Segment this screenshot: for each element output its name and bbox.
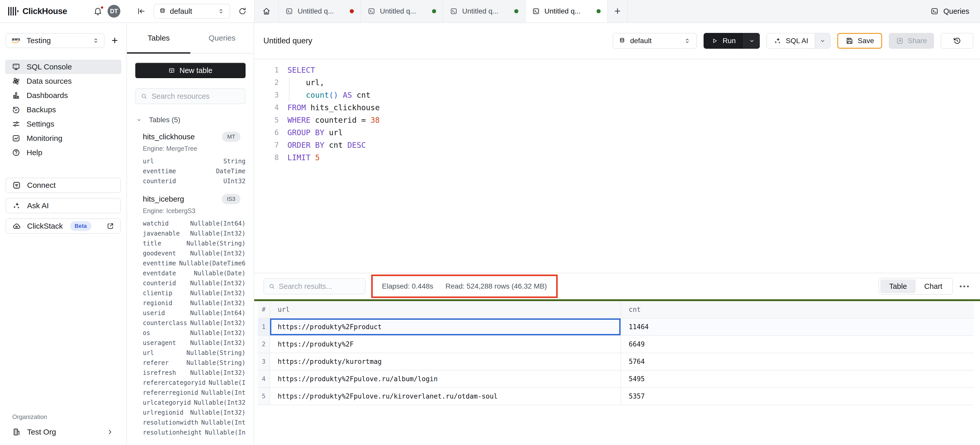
row-index-cell[interactable]: 5 (258, 388, 270, 405)
add-service-button[interactable]: + (108, 34, 121, 47)
column-header-index[interactable]: # (258, 301, 270, 318)
collapse-sidebar-button[interactable] (136, 6, 147, 17)
results-search-input[interactable] (279, 282, 361, 291)
column-row[interactable]: resolutionheightNullable(In (127, 428, 254, 438)
column-header-cnt[interactable]: cnt (620, 301, 974, 318)
cnt-cell[interactable]: 5357 (620, 388, 974, 405)
column-row[interactable]: referercategoryidNullable(I (127, 378, 254, 388)
sidebar-item-help[interactable]: Help (5, 146, 121, 160)
column-row[interactable]: osNullable(Int32) (127, 328, 254, 338)
column-row[interactable]: regionidNullable(Int32) (127, 298, 254, 308)
column-type: Nullable(Int32) (190, 288, 245, 298)
resources-search[interactable] (135, 88, 245, 104)
clickhouse-logo[interactable]: ClickHouse (8, 6, 67, 16)
column-row[interactable]: eventtimeNullable(DateTime6 (127, 258, 254, 268)
column-row[interactable]: urlcategoryidNullable(Int32 (127, 398, 254, 408)
sliders-icon (12, 120, 21, 128)
column-row[interactable]: urlregionidNullable(Int32) (127, 408, 254, 418)
column-type: Nullable(Int32 (194, 398, 245, 408)
column-row[interactable]: counteridUInt32 (127, 176, 254, 186)
view-toggle-chart[interactable]: Chart (916, 279, 951, 293)
sidebar-action-connect[interactable]: Connect (6, 177, 121, 193)
column-row[interactable]: urlNullable(String) (127, 348, 254, 358)
resources-search-input[interactable] (151, 92, 240, 101)
run-options-button[interactable] (744, 33, 760, 49)
url-cell[interactable]: https://produkty/kurortmag (270, 353, 620, 370)
run-button[interactable]: Run (703, 33, 743, 49)
cnt-cell[interactable]: 5764 (620, 353, 974, 370)
column-row[interactable]: eventdateNullable(Date) (127, 268, 254, 279)
new-tab-button[interactable]: + (608, 0, 628, 22)
row-index-cell[interactable]: 1 (258, 318, 270, 335)
cnt-cell[interactable]: 11464 (620, 318, 974, 335)
url-cell[interactable]: https://produkty%2Fpulove.ru/album/login (270, 371, 620, 387)
column-row[interactable]: watchidNullable(Int64) (127, 219, 254, 229)
resource-table-header[interactable]: hits_icebergIS3 (127, 194, 254, 204)
query-tab[interactable]: Untitled q... (361, 0, 443, 22)
query-tab[interactable]: Untitled q... (443, 0, 525, 22)
column-row[interactable]: clientipNullable(Int32) (127, 288, 254, 298)
column-row[interactable]: counterclassNullable(Int32) (127, 318, 254, 328)
refresh-button[interactable] (237, 6, 248, 17)
organization-button[interactable]: Test Org (6, 428, 121, 436)
column-row[interactable]: resolutionwidthNullable(Int (127, 418, 254, 428)
query-tab[interactable]: Untitled q... (279, 0, 361, 22)
column-row[interactable]: goodeventNullable(Int32) (127, 249, 254, 258)
sidebar-item-dashboards[interactable]: Dashboards (5, 88, 121, 103)
sidebar-item-monitoring[interactable]: Monitoring (5, 131, 121, 146)
resources-tab-tables[interactable]: Tables (127, 23, 190, 53)
results-search[interactable] (263, 278, 366, 295)
column-row[interactable]: javaenableNullable(Int32) (127, 229, 254, 239)
sidebar-action-clickstack[interactable]: ClickStackBeta (6, 219, 121, 234)
column-row[interactable]: eventtimeDateTime (127, 166, 254, 176)
sidebar-item-settings[interactable]: Settings (5, 117, 121, 131)
sql-ai-options-button[interactable] (815, 33, 830, 48)
user-avatar[interactable]: DT (108, 5, 120, 17)
save-button[interactable]: Save (837, 33, 882, 49)
row-index-cell[interactable]: 2 (258, 336, 270, 353)
engine-badge: MT (222, 131, 240, 142)
url-cell[interactable]: https://produkty%2Fpulove.ru/kiroverlane… (270, 388, 620, 405)
row-index-cell[interactable]: 4 (258, 371, 270, 387)
code-text: count() AS cnt (287, 89, 371, 101)
column-row[interactable]: refererregionidNullable(Int (127, 388, 254, 398)
tables-group-header[interactable]: Tables (5) (136, 116, 254, 124)
sidebar-action-ask-ai[interactable]: Ask AI (6, 198, 121, 213)
resource-table-header[interactable]: hits_clickhouseMT (127, 131, 254, 142)
editor-database-select[interactable]: default (612, 33, 697, 49)
new-table-button[interactable]: New table (135, 63, 245, 78)
results-divider[interactable] (254, 299, 980, 301)
view-toggle-table[interactable]: Table (880, 279, 915, 293)
column-row[interactable]: useragentNullable(Int32) (127, 338, 254, 348)
workspace-selector[interactable]: aws Testing (6, 33, 105, 48)
notifications-bell-button[interactable] (93, 6, 103, 16)
cnt-cell[interactable]: 5495 (620, 371, 974, 387)
query-tab-strip: Untitled q...Untitled q...Untitled q...U… (254, 0, 980, 22)
share-button[interactable]: Share (889, 33, 934, 49)
url-cell[interactable]: https://produkty%2F (270, 336, 620, 353)
column-row[interactable]: useridNullable(Int64) (127, 308, 254, 318)
row-index-cell[interactable]: 3 (258, 353, 270, 370)
column-row[interactable]: titleNullable(String) (127, 239, 254, 249)
column-row[interactable]: refererNullable(String) (127, 358, 254, 368)
sidebar-item-backups[interactable]: Backups (5, 103, 121, 117)
sql-editor[interactable]: 1SELECT2 url,3 count() AS cnt4FROM hits_… (254, 59, 980, 273)
query-title[interactable]: Untitled query (263, 36, 312, 46)
sidebar-item-data-sources[interactable]: Data sources (5, 74, 121, 88)
queries-button[interactable]: Queries (920, 0, 980, 22)
resources-tab-queries[interactable]: Queries (190, 23, 254, 53)
column-row[interactable]: urlString (127, 157, 254, 166)
query-history-button[interactable] (941, 33, 974, 49)
column-row[interactable]: isrefreshNullable(Int32) (127, 368, 254, 378)
workspace-name: Testing (27, 36, 51, 45)
header-database-select[interactable]: default (154, 4, 230, 19)
query-tab[interactable]: Untitled q... (525, 0, 608, 22)
column-header-url[interactable]: url (270, 301, 620, 318)
results-more-menu-button[interactable]: ••• (959, 282, 970, 290)
url-cell[interactable]: https://produkty%2Fproduct (270, 318, 620, 335)
sidebar-item-sql-console[interactable]: SQL Console (5, 60, 121, 74)
column-row[interactable]: counteridNullable(Int32) (127, 279, 254, 288)
cnt-cell[interactable]: 6649 (620, 336, 974, 353)
sql-ai-button[interactable]: SQL AI (767, 33, 815, 48)
home-button[interactable] (255, 0, 279, 22)
